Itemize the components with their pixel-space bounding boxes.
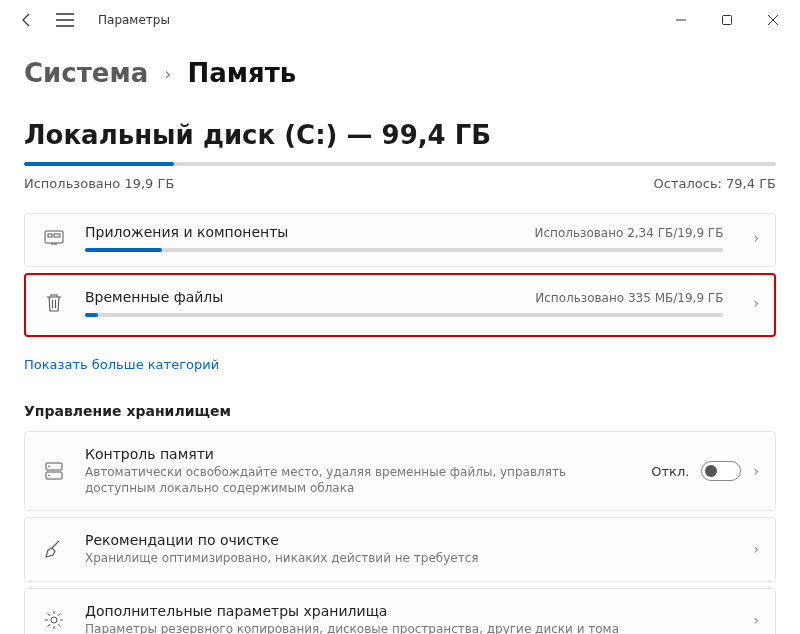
- disk-title: Локальный диск (C:) — 99,4 ГБ: [24, 120, 776, 150]
- category-meta: Использовано 335 МБ/19,9 ГБ: [535, 291, 723, 305]
- cleanup-recommendations-card[interactable]: Рекомендации по очистке Хранилище оптими…: [24, 517, 776, 581]
- minimize-button[interactable]: [658, 4, 704, 36]
- breadcrumb-system[interactable]: Система: [24, 58, 148, 88]
- category-label: Приложения и компоненты: [85, 224, 288, 240]
- disk-used-label: Использовано 19,9 ГБ: [24, 176, 174, 191]
- toggle-state-label: Откл.: [651, 464, 689, 479]
- trash-icon: [41, 293, 67, 313]
- apps-icon: [41, 230, 67, 246]
- svg-rect-3: [54, 234, 60, 237]
- card-desc: Автоматически освобождайте место, удаляя…: [85, 464, 633, 496]
- category-apps[interactable]: Приложения и компоненты Использовано 2,3…: [24, 213, 776, 267]
- disk-free-label: Осталось: 79,4 ГБ: [654, 176, 776, 191]
- section-title: Управление хранилищем: [24, 403, 776, 419]
- card-label: Рекомендации по очистке: [85, 532, 735, 548]
- menu-button[interactable]: [50, 13, 80, 27]
- show-more-link[interactable]: Показать больше категорий: [24, 357, 219, 372]
- disk-usage-bar: [24, 162, 776, 166]
- broom-icon: [41, 539, 67, 559]
- category-bar: [85, 248, 723, 252]
- breadcrumb-storage: Память: [187, 58, 296, 88]
- drive-icon: [41, 461, 67, 481]
- category-meta: Использовано 2,34 ГБ/19,9 ГБ: [535, 226, 724, 240]
- chevron-right-icon: ›: [753, 612, 759, 628]
- window-title: Параметры: [98, 13, 170, 27]
- maximize-button[interactable]: [704, 4, 750, 36]
- card-label: Дополнительные параметры хранилища: [85, 603, 735, 619]
- chevron-right-icon: ›: [753, 230, 759, 246]
- titlebar: Параметры: [0, 0, 800, 40]
- card-label: Контроль памяти: [85, 446, 633, 462]
- storage-sense-card[interactable]: Контроль памяти Автоматически освобождай…: [24, 431, 776, 511]
- card-desc: Хранилище оптимизировано, никаких действ…: [85, 550, 735, 566]
- svg-point-7: [48, 475, 50, 477]
- svg-rect-2: [48, 234, 52, 237]
- category-temp-files[interactable]: Временные файлы Использовано 335 МБ/19,9…: [24, 273, 776, 337]
- breadcrumb: Система › Память: [24, 58, 776, 88]
- advanced-storage-card[interactable]: Дополнительные параметры хранилища Парам…: [24, 588, 776, 634]
- svg-point-8: [51, 617, 57, 623]
- gear-icon: [41, 610, 67, 630]
- disk-usage-fill: [24, 162, 174, 166]
- chevron-right-icon: ›: [753, 541, 759, 557]
- category-bar: [85, 313, 723, 317]
- svg-point-6: [48, 466, 50, 468]
- storage-sense-toggle[interactable]: [701, 461, 741, 481]
- chevron-right-icon: ›: [164, 63, 171, 84]
- back-button[interactable]: [12, 12, 42, 28]
- card-desc: Параметры резервного копирования, дисков…: [85, 621, 735, 634]
- chevron-right-icon: ›: [753, 463, 759, 479]
- close-button[interactable]: [750, 4, 796, 36]
- svg-rect-0: [723, 16, 732, 25]
- category-label: Временные файлы: [85, 289, 223, 305]
- chevron-right-icon: ›: [753, 295, 759, 311]
